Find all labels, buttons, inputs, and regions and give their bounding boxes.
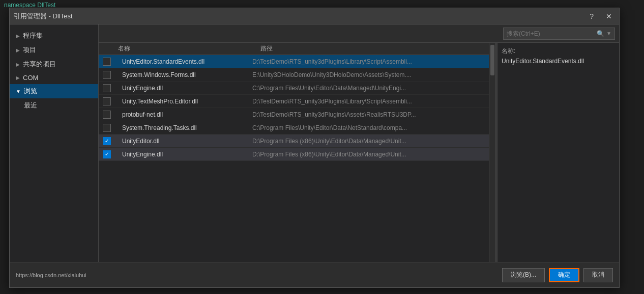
col-header-name: 名称	[118, 44, 260, 53]
bottom-bar: https://blog.csdn.net/xialuhui 浏览(B)... …	[10, 262, 619, 287]
file-path: D:\Program Files (x86)\Unity\Editor\Data…	[252, 151, 485, 158]
sidebar-item-shared[interactable]: ▶ 共享的项目	[10, 57, 98, 71]
bottom-buttons: 浏览(B)... 确定 取消	[502, 268, 613, 282]
file-path: D:\TestDemo\RTS_unity3dPlugins\Assets\Re…	[252, 111, 485, 118]
arrow-icon: ▶	[16, 47, 20, 53]
file-name: protobuf-net.dll	[118, 111, 252, 118]
title-bar: 引用管理器 - DllTest ? ✕	[10, 8, 619, 24]
table-row[interactable]: Unity.TextMeshPro.Editor.dll D:\TestDemo…	[99, 95, 489, 108]
detail-value: UnityEditor.StandardEvents.dll	[502, 58, 615, 65]
search-input[interactable]	[507, 30, 595, 37]
dialog-title: 引用管理器 - DllTest	[14, 12, 73, 21]
file-name: System.Threading.Tasks.dll	[118, 124, 252, 131]
file-checkbox[interactable]	[103, 150, 111, 158]
cancel-button[interactable]: 取消	[583, 268, 613, 282]
col-header-path: 路径	[260, 44, 485, 53]
sidebar-item-label: COM	[23, 74, 38, 82]
sidebar-item-assemblies[interactable]: ▶ 程序集	[10, 29, 98, 43]
search-dropdown-icon[interactable]: ▼	[606, 31, 611, 36]
arrow-icon: ▶	[16, 75, 20, 81]
file-name: UnityEngine.dll	[118, 85, 252, 92]
file-name: UnityEditor.dll	[118, 138, 252, 145]
file-path: D:\TestDemo\RTS_unity3dPlugins\Library\S…	[252, 98, 485, 105]
sidebar: ▶ 程序集 ▶ 项目 ▶ 共享的项目 ▶ COM ▼ 浏览	[10, 24, 99, 262]
sidebar-item-label: 最近	[24, 101, 37, 110]
file-checkbox[interactable]	[103, 97, 111, 105]
file-checkbox[interactable]	[103, 71, 111, 79]
detail-panel: 名称: UnityEditor.StandardEvents.dll	[497, 43, 619, 262]
table-row[interactable]: UnityEngine.dll D:\Program Files (x86)\U…	[99, 148, 489, 161]
file-path: E:\Unity3DHoloDemo\Unity3DHoloDemo\Asset…	[252, 71, 485, 78]
sidebar-item-label: 项目	[23, 45, 36, 55]
file-checkbox[interactable]	[103, 58, 111, 66]
sidebar-item-recent[interactable]: 最近	[10, 98, 98, 113]
table-row[interactable]: UnityEditor.dll D:\Program Files (x86)\U…	[99, 135, 489, 148]
file-path: C:\Program Files\Unity\Editor\Data\NetSt…	[252, 124, 485, 131]
file-name: UnityEditor.StandardEvents.dll	[118, 58, 252, 65]
arrow-icon: ▼	[16, 89, 21, 94]
search-wrapper: 🔍 ▼	[503, 28, 615, 40]
file-path: D:\TestDemo\RTS_unity3dPlugins\Library\S…	[252, 58, 485, 65]
browse-button[interactable]: 浏览(B)...	[502, 268, 545, 282]
search-icon: 🔍	[597, 30, 604, 37]
file-checkbox[interactable]	[103, 137, 111, 145]
arrow-icon: ▶	[16, 62, 20, 67]
help-button[interactable]: ?	[587, 12, 597, 21]
sidebar-item-com[interactable]: ▶ COM	[10, 71, 98, 84]
sidebar-item-label: 共享的项目	[23, 60, 56, 69]
scrollbar-thumb[interactable]	[490, 45, 494, 75]
sidebar-item-projects[interactable]: ▶ 项目	[10, 43, 98, 57]
file-checkbox[interactable]	[103, 84, 111, 92]
detail-label: 名称:	[502, 47, 615, 56]
file-checkbox[interactable]	[103, 124, 111, 132]
table-row[interactable]: UnityEngine.dll C:\Program Files\Unity\E…	[99, 82, 489, 95]
close-button[interactable]: ✕	[603, 12, 615, 21]
arrow-icon: ▶	[16, 33, 20, 39]
url-text: https://blog.csdn.net/xialuhui	[16, 272, 86, 278]
file-name: UnityEngine.dll	[118, 151, 252, 158]
confirm-button[interactable]: 确定	[549, 268, 579, 282]
file-path: C:\Program Files\Unity\Editor\Data\Manag…	[252, 85, 485, 92]
dialog: 引用管理器 - DllTest ? ✕ ▶ 程序集 ▶ 项目 ▶	[9, 8, 620, 288]
file-list-panel: 名称 路径 UnityEditor.StandardEvents.dll D:\…	[99, 43, 489, 262]
table-row[interactable]: UnityEditor.StandardEvents.dll D:\TestDe…	[99, 55, 489, 68]
search-bar: 🔍 ▼	[99, 24, 619, 43]
vertical-scrollbar[interactable]	[489, 43, 495, 262]
file-checkbox[interactable]	[103, 111, 111, 119]
file-name: System.Windows.Forms.dll	[118, 71, 252, 78]
table-row[interactable]: protobuf-net.dll D:\TestDemo\RTS_unity3d…	[99, 108, 489, 121]
table-row[interactable]: System.Threading.Tasks.dll C:\Program Fi…	[99, 121, 489, 135]
sidebar-item-browse[interactable]: ▼ 浏览	[10, 84, 98, 98]
file-path: D:\Program Files (x86)\Unity\Editor\Data…	[252, 138, 485, 145]
sidebar-item-label: 浏览	[24, 87, 37, 96]
sidebar-item-label: 程序集	[23, 31, 43, 40]
table-row[interactable]: System.Windows.Forms.dll E:\Unity3DHoloD…	[99, 68, 489, 82]
file-name: Unity.TextMeshPro.Editor.dll	[118, 98, 252, 105]
